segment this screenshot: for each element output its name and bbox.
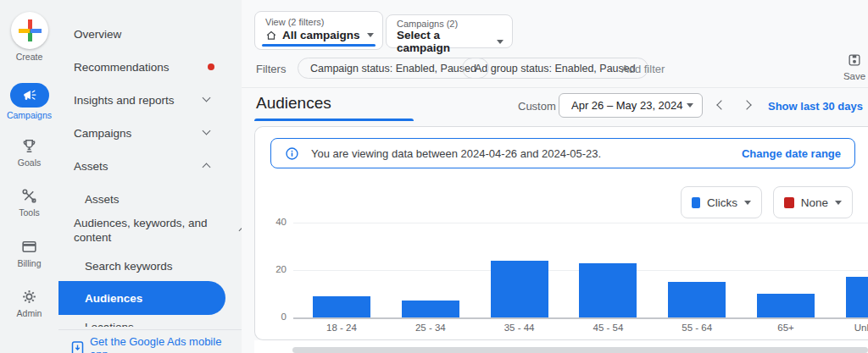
x-axis-label: 35 - 44 — [476, 323, 564, 333]
chevron-up-icon — [203, 163, 211, 172]
rail-item-tools[interactable]: Tools — [0, 187, 58, 218]
gridline — [293, 223, 868, 223]
save-button[interactable]: Save — [840, 52, 868, 81]
x-axis-label: Unknown — [831, 323, 868, 333]
table-card-top — [254, 340, 868, 353]
filter-chip-label: Campaign status: Enabled, Paused — [310, 63, 476, 74]
show-last-30-days-link[interactable]: Show last 30 days — [768, 100, 863, 113]
rail-item-label: Admin — [0, 308, 58, 318]
dropdown-caret-icon — [687, 103, 693, 108]
phone-download-icon — [71, 341, 84, 353]
billing-card-icon — [0, 238, 58, 256]
active-view-underline — [262, 44, 376, 47]
filter-chip-campaign-status[interactable]: Campaign status: Enabled, Paused — [298, 58, 489, 79]
legend-swatch-red — [784, 197, 794, 208]
campaign-dropdown-value: Select a campaign — [397, 29, 492, 54]
view-filter-dropdown[interactable]: View (2 filters) All campaigns — [254, 11, 383, 50]
rail-item-goals[interactable]: Goals — [0, 137, 58, 168]
metric-dropdown-secondary-value: None — [801, 196, 828, 209]
trophy-icon — [0, 137, 58, 155]
view-dropdown-value: All campaigns — [282, 29, 360, 41]
bar-18 - 24 — [313, 296, 370, 317]
x-axis-label: 45 - 54 — [564, 323, 652, 333]
y-tick-label: 40 — [256, 217, 287, 227]
rail-item-admin[interactable]: Admin — [0, 288, 58, 318]
bar-plot: 0204018 - 2425 - 3435 - 4445 - 5455 - 64… — [293, 223, 868, 317]
megaphone-icon — [22, 88, 37, 103]
tools-icon — [0, 187, 58, 205]
sidebar-item-label: Insights and reports — [74, 94, 175, 107]
sidebar-item-label: Assets — [85, 193, 120, 206]
dropdown-caret-icon — [367, 33, 374, 37]
notification-dot — [208, 63, 214, 70]
dropdown-caret-icon — [497, 40, 504, 44]
sidebar-item-label: Assets — [74, 160, 108, 173]
chevron-down-icon — [203, 127, 211, 135]
mobile-app-link-label: Get the Google Ads mobile app — [90, 335, 242, 353]
legend-swatch-blue — [692, 197, 700, 208]
sidebar-item-label: Audiences — [85, 292, 142, 305]
banner-text: You are viewing data between 2024-04-26 … — [311, 147, 601, 160]
metric-dropdown-primary[interactable]: Clicks — [681, 186, 762, 218]
rail-item-create[interactable]: Create — [0, 12, 58, 62]
add-filter-button[interactable]: Add filter — [621, 63, 665, 75]
mobile-app-link[interactable]: Get the Google Ads mobile app — [71, 335, 242, 353]
save-button-label: Save — [840, 71, 868, 81]
rail-item-label: Goals — [0, 157, 58, 168]
bar-Unknown — [846, 277, 868, 317]
sidebar-item-label: Overview — [74, 28, 121, 41]
toolbar-divider — [242, 87, 868, 88]
sidebar-item-overview[interactable]: Overview — [58, 24, 242, 44]
rail-item-label: Campaigns — [0, 110, 58, 120]
google-ads-app-window: Create Campaigns — [0, 0, 868, 353]
bar-45 - 54 — [579, 263, 637, 317]
campaign-dropdown-label: Campaigns (2) — [387, 15, 512, 29]
campaign-select-dropdown[interactable]: Campaigns (2) Select a campaign — [386, 14, 513, 48]
change-date-range-link[interactable]: Change date range — [742, 147, 841, 160]
x-axis-label: 25 - 34 — [387, 323, 475, 333]
plus-arm-yellow — [19, 29, 30, 33]
x-axis-label: 55 - 64 — [653, 323, 741, 333]
bar-35 - 44 — [491, 261, 548, 317]
home-icon — [265, 30, 277, 41]
bar-65+ — [757, 294, 815, 317]
next-period-button[interactable] — [742, 100, 751, 109]
rail-item-label: Tools — [0, 207, 58, 218]
sidebar-item-label: Audiences, keywords, and content — [74, 217, 208, 244]
metric-dropdown-secondary[interactable]: None — [773, 186, 853, 218]
date-range-dropdown[interactable]: Apr 26 – May 23, 2024 — [559, 93, 703, 118]
previous-period-button[interactable] — [716, 100, 726, 109]
filter-chip-ad-group-status[interactable]: Ad group status: Enabled, Paused — [462, 58, 648, 79]
sidebar-nav: Overview Recommendations Insights and re… — [58, 0, 242, 353]
y-tick-label: 0 — [256, 312, 287, 322]
date-mode-label: Custom — [518, 100, 556, 113]
filter-chip-label: Ad group status: Enabled, Paused — [475, 63, 636, 74]
dropdown-caret-icon — [744, 201, 751, 205]
sidebar-item-recommendations[interactable]: Recommendations — [58, 57, 242, 77]
sidebar-item-audiences-selected[interactable]: Audiences — [58, 281, 225, 315]
sidebar-item-audiences-keywords-content[interactable]: Audiences, keywords, and content — [74, 216, 214, 245]
metric-dropdown-primary-value: Clicks — [707, 196, 737, 209]
sidebar-item-insights-and-reports[interactable]: Insights and reports — [58, 90, 242, 110]
horizontal-scrollbar-thumb[interactable] — [292, 347, 868, 353]
chart-card: You are viewing data between 2024-04-26 … — [254, 126, 868, 340]
page-title: Audiences — [256, 94, 331, 113]
sidebar-item-campaigns[interactable]: Campaigns — [58, 123, 242, 143]
create-plus-icon[interactable] — [11, 12, 48, 49]
bar-55 - 64 — [668, 282, 726, 317]
view-dropdown-label: View (2 filters) — [255, 12, 382, 27]
rail-item-campaigns[interactable]: Campaigns — [0, 83, 58, 120]
app-rail: Create Campaigns — [0, 0, 58, 353]
sidebar-item-search-keywords[interactable]: Search keywords — [58, 256, 242, 276]
sidebar-item-assets-section[interactable]: Assets — [58, 156, 242, 176]
bar-25 - 34 — [402, 301, 459, 317]
sidebar-item-assets[interactable]: Assets — [58, 189, 242, 209]
info-icon — [285, 146, 299, 161]
rail-item-billing[interactable]: Billing — [0, 238, 58, 268]
y-tick-label: 20 — [256, 264, 287, 274]
gridline — [293, 317, 868, 319]
sidebar-item-locations-clipped[interactable]: Locations — [85, 321, 212, 327]
gear-icon — [0, 288, 58, 306]
plus-arm-blue — [31, 29, 42, 33]
date-range-value: Apr 26 – May 23, 2024 — [571, 99, 683, 112]
